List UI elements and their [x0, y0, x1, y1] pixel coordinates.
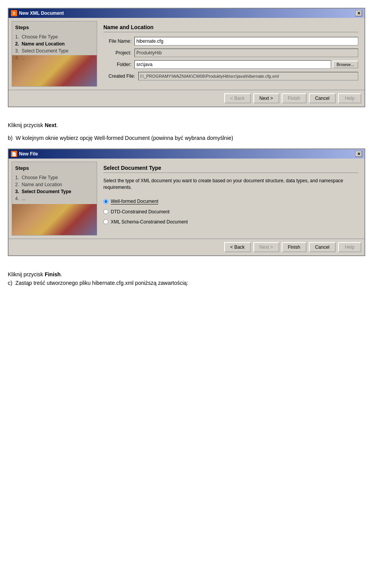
dialog-titlebar-1: X New XML Document ✕ [9, 9, 364, 18]
file-name-input[interactable] [134, 37, 358, 45]
radio-xml-schema[interactable] [103, 219, 108, 224]
radio-label-xml-schema: XML Schema-Constrained Document [111, 219, 188, 225]
bottom-text: Kliknij przycisk Finish. c) Zastąp treść… [8, 264, 365, 288]
steps-list-2: 1. Choose File Type 2. Name and Location… [15, 174, 94, 202]
steps-panel-2: Steps 1. Choose File Type 2. Name and Lo… [12, 162, 97, 236]
created-file-row: Created File: I:\_PROGRAMY\WAZNIAK\CW06\… [103, 72, 358, 80]
cancel-button-2[interactable]: Cancel [309, 242, 336, 252]
folder-input[interactable] [134, 60, 331, 69]
steps-title-1: Steps [15, 24, 94, 30]
radio-group-2: Well-formed Document DTD-Constrained Doc… [103, 195, 358, 232]
main-panel-2: Select Document Type Select the type of … [100, 162, 361, 236]
created-file-label: Created File: [103, 73, 138, 79]
next-button-2[interactable]: Next > [253, 242, 279, 252]
section-title-2: Select Document Type [103, 165, 358, 173]
dialog-new-xml-document: X New XML Document ✕ Steps 1. Choose Fil… [8, 8, 365, 107]
instruction-prefix-1: Kliknij przycisk [8, 122, 45, 128]
file-name-row: File Name: [103, 37, 358, 45]
bottom-prefix: Kliknij przycisk [8, 271, 45, 277]
bottom-text-c: c) Zastąp treść utworzonego pliku hibern… [8, 279, 365, 287]
cancel-button-1[interactable]: Cancel [309, 93, 336, 103]
dialog-icon-1: X [11, 10, 17, 16]
steps-panel-1: Steps 1. Choose File Type 2. Name and Lo… [12, 21, 97, 87]
step-2-1: 1. Choose File Type [15, 174, 94, 181]
radio-option-xml-schema: XML Schema-Constrained Document [103, 219, 358, 225]
dialog-icon-2: 📄 [11, 151, 17, 157]
step-1-3: 3. Select Document Type [15, 47, 94, 54]
step-2-2: 2. Name and Location [15, 181, 94, 188]
radio-option-well-formed: Well-formed Document [103, 199, 358, 204]
bottom-c-text: c) Zastąp treść utworzonego pliku hibern… [8, 280, 188, 286]
help-button-2[interactable]: Help [338, 242, 361, 252]
back-button-2[interactable]: < Back [224, 242, 251, 252]
next-button-1[interactable]: Next > [253, 93, 279, 103]
dialog-close-btn-2[interactable]: ✕ [355, 151, 362, 157]
instruction-b-text: b) W kolejnym oknie wybierz opcję Well-f… [8, 135, 233, 141]
titlebar-left-2: 📄 New File [11, 151, 38, 157]
dialog-body-2: Steps 1. Choose File Type 2. Name and Lo… [9, 159, 364, 239]
dialog-title-1: New XML Document [19, 10, 64, 16]
titlebar-left-1: X New XML Document [11, 10, 64, 16]
step-1-1: 1. Choose File Type [15, 33, 94, 40]
radio-label-well-formed: Well-formed Document [111, 199, 158, 204]
folder-label: Folder: [103, 62, 134, 67]
finish-button-2[interactable]: Finish [282, 242, 307, 252]
back-button-1[interactable]: < Back [224, 93, 251, 103]
dialog-titlebar-2: 📄 New File ✕ [9, 149, 364, 159]
folder-row: Folder: Browse... [103, 60, 358, 69]
bottom-text-finish: Kliknij przycisk Finish. [8, 270, 365, 279]
step-2-3: 3. Select Document Type [15, 188, 94, 195]
section-title-1: Name and Location [103, 24, 358, 32]
project-label: Project: [103, 50, 134, 56]
instruction-keyword-1: Next [45, 122, 56, 128]
created-file-value: I:\_PROGRAMY\WAZNIAK\CW06\ProduktyHib\sr… [138, 72, 358, 80]
radio-label-dtd: DTD-Constrained Document [111, 209, 169, 215]
dialog-close-btn-1[interactable]: ✕ [355, 10, 362, 16]
description-text-2: Select the type of XML document you want… [103, 178, 358, 191]
steps-panel-decoration-1 [12, 55, 97, 86]
project-row: Project: [103, 49, 358, 57]
project-input [134, 49, 358, 57]
step-2-4: 4. ... [15, 195, 94, 202]
dialog-new-file: 📄 New File ✕ Steps 1. Choose File Type 2… [8, 148, 365, 256]
dialog-footer-1: < Back Next > Finish Cancel Help [9, 90, 364, 106]
dialog-body-1: Steps 1. Choose File Type 2. Name and Lo… [9, 18, 364, 90]
step-1-2: 2. Name and Location [15, 40, 94, 47]
instruction-text-b: b) W kolejnym oknie wybierz opcję Well-f… [8, 134, 365, 148]
bottom-keyword: Finish [45, 271, 61, 277]
dialog-footer-2: < Back Next > Finish Cancel Help [9, 239, 364, 255]
radio-dtd[interactable] [103, 209, 108, 214]
instruction-text-1: Kliknij przycisk Next. [8, 115, 365, 134]
file-name-label: File Name: [103, 38, 134, 44]
browse-button[interactable]: Browse... [333, 61, 358, 68]
help-button-1[interactable]: Help [338, 93, 361, 103]
radio-option-dtd: DTD-Constrained Document [103, 209, 358, 215]
steps-panel-decoration-2 [12, 204, 97, 235]
steps-title-2: Steps [15, 165, 94, 171]
main-panel-1: Name and Location File Name: Project: Fo… [100, 21, 361, 87]
finish-button-1[interactable]: Finish [282, 93, 307, 103]
dialog-title-2: New File [19, 151, 38, 157]
radio-well-formed[interactable] [103, 199, 108, 204]
